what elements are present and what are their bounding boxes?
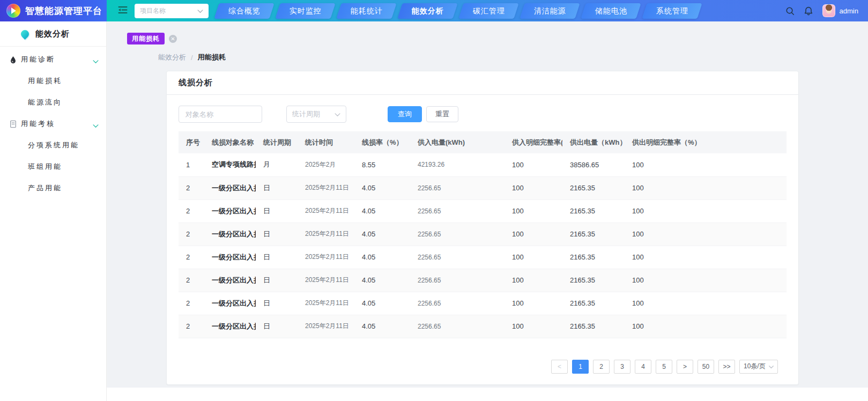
nav-tab-label: 综合概览 <box>228 6 261 16</box>
breadcrumb: 能效分析 / 用能损耗 <box>158 53 799 62</box>
pagination-page-button[interactable]: 4 <box>635 360 651 374</box>
sidebar-group-label: 用能诊断 <box>21 55 55 64</box>
pagination-page-button[interactable]: 1 <box>572 360 589 374</box>
table-row: 2一级分区出入损耗日2025年2月11日4.052256.651002165.3… <box>179 222 787 246</box>
sidebar-item[interactable]: 班组用能 <box>0 156 106 177</box>
pagination: < 1 2 3 4 5 > 50 >> <box>179 360 778 384</box>
project-select[interactable]: 项目名称 <box>135 4 209 18</box>
table-cell: 100 <box>505 246 562 269</box>
sidebar-group-children: 用能损耗 能源流向 <box>0 70 106 113</box>
pagination-page-button[interactable]: 2 <box>593 360 610 374</box>
table-cell: 2256.65 <box>410 199 505 222</box>
column-header: 统计周期 <box>256 131 298 153</box>
table-cell: 100 <box>625 176 787 199</box>
nav-tab-label: 能耗统计 <box>351 6 383 16</box>
table-cell: 2165.35 <box>562 199 625 222</box>
nav-tab[interactable]: 能效分析 <box>397 3 457 19</box>
pagination-last-page-button[interactable]: 50 <box>698 360 714 374</box>
reset-button[interactable]: 重置 <box>426 106 458 122</box>
app-logo-icon <box>6 4 20 18</box>
table-header-row: 序号线损对象名称统计周期统计时间线损率（%）供入电量(kWh)供入明细完整率(%… <box>179 131 787 153</box>
table-row: 2一级分区出入损耗日2025年2月11日4.052256.651002165.3… <box>179 292 787 315</box>
table-cell: 2256.65 <box>410 292 505 315</box>
table-cell: 日 <box>256 222 298 246</box>
table-cell: 2165.35 <box>562 292 625 315</box>
page-size-label: 10条/页 <box>744 362 766 371</box>
sidebar-group-label: 用能考核 <box>21 119 55 129</box>
user-avatar[interactable] <box>822 4 835 17</box>
pagination-prev-button[interactable]: < <box>551 360 568 374</box>
sidebar: 能效分析 用能诊断 用能损耗 能源流向 <box>0 21 107 401</box>
table-cell: 2256.65 <box>410 246 505 269</box>
app-logo: 智慧能源管理平台 <box>0 0 107 21</box>
table-cell: 100 <box>625 292 787 315</box>
table-cell: 4.05 <box>354 292 410 315</box>
table-cell: 100 <box>505 315 562 338</box>
table-cell: 2 <box>179 222 204 246</box>
nav-tab-label: 清洁能源 <box>534 6 566 16</box>
open-tab-chip[interactable]: 用能损耗 <box>127 33 165 44</box>
nav-tab-label: 实时监控 <box>290 6 322 16</box>
card-title: 线损分析 <box>179 78 213 87</box>
chevron-down-icon <box>197 6 203 16</box>
table-cell: 日 <box>256 269 298 292</box>
table-cell: 2256.65 <box>410 222 505 246</box>
table-cell: 100 <box>505 176 562 199</box>
nav-tab[interactable]: 碳汇管理 <box>458 3 518 19</box>
sidebar-item[interactable]: 用能损耗 <box>0 70 106 92</box>
sidebar-item[interactable]: 分项系统用能 <box>0 135 106 156</box>
breadcrumb-parent[interactable]: 能效分析 <box>158 53 186 62</box>
nav-tab[interactable]: 能耗统计 <box>336 3 396 19</box>
sidebar-item[interactable]: 产品用能 <box>0 177 106 199</box>
nav-tab-label: 碳汇管理 <box>473 6 505 16</box>
fold-menu-icon <box>118 6 128 16</box>
sidebar-title: 能效分析 <box>35 29 70 39</box>
object-name-input[interactable] <box>179 106 262 123</box>
nav-tab[interactable]: 清洁能源 <box>520 3 580 19</box>
line-loss-table: 序号线损对象名称统计周期统计时间线损率（%）供入电量(kWh)供入明细完整率(%… <box>179 131 787 338</box>
table-cell: 2165.35 <box>562 315 625 338</box>
table-cell: 日 <box>256 246 298 269</box>
table-cell: 2 <box>179 246 204 269</box>
table-cell: 日 <box>256 176 298 199</box>
table-cell: 2165.35 <box>562 246 625 269</box>
table-cell: 2025年2月11日 <box>298 222 354 246</box>
table-cell: 2165.35 <box>562 222 625 246</box>
table-cell: 2025年2月11日 <box>298 246 354 269</box>
table-cell: 100 <box>505 153 562 176</box>
table-cell: 42193.26 <box>410 153 505 176</box>
pagination-next-button[interactable]: > <box>677 360 693 374</box>
table-cell: 100 <box>625 315 787 338</box>
nav-tab[interactable]: 实时监控 <box>275 3 335 19</box>
pagination-page-button[interactable]: 5 <box>656 360 672 374</box>
sidebar-fold-toggle[interactable] <box>118 6 128 16</box>
page: 能效分析 / 用能损耗 线损分析 统计周期 查询 重置 <box>107 44 868 385</box>
pagination-page-button[interactable]: 3 <box>614 360 630 374</box>
table-cell: 4.05 <box>354 246 410 269</box>
table-row: 2一级分区出入损耗日2025年2月11日4.052256.651002165.3… <box>179 246 787 269</box>
chevron-down-icon <box>335 109 340 119</box>
nav-tab-label: 能效分析 <box>412 6 444 16</box>
page-size-select[interactable]: 10条/页 <box>739 360 778 374</box>
table-cell: 4.05 <box>354 315 410 338</box>
close-icon[interactable]: ✕ <box>169 35 177 43</box>
nav-tab[interactable]: 系统管理 <box>642 3 702 19</box>
table-row: 2一级分区出入损耗日2025年2月11日4.052256.651002165.3… <box>179 315 787 338</box>
table-cell: 一级分区出入损耗 <box>204 315 256 338</box>
column-header: 序号 <box>179 131 204 153</box>
sidebar-item[interactable]: 能源流向 <box>0 92 106 113</box>
search-icon[interactable] <box>785 6 795 16</box>
statistic-period-select[interactable]: 统计周期 <box>286 106 346 123</box>
notification-bell-icon[interactable] <box>804 6 813 16</box>
table-cell: 2 <box>179 176 204 199</box>
sidebar-group-energy-diagnosis[interactable]: 用能诊断 <box>0 49 106 70</box>
nav-tab[interactable]: 储能电池 <box>581 3 641 19</box>
search-button[interactable]: 查询 <box>388 106 422 122</box>
pagination-jump-button[interactable]: >> <box>718 360 735 374</box>
sidebar-group-energy-assessment[interactable]: 用能考核 <box>0 113 106 135</box>
nav-tab[interactable]: 综合概览 <box>214 3 274 19</box>
table-cell: 2256.65 <box>410 176 505 199</box>
table-cell: 100 <box>505 292 562 315</box>
card-title-row: 线损分析 <box>167 71 798 95</box>
table-cell: 4.05 <box>354 222 410 246</box>
